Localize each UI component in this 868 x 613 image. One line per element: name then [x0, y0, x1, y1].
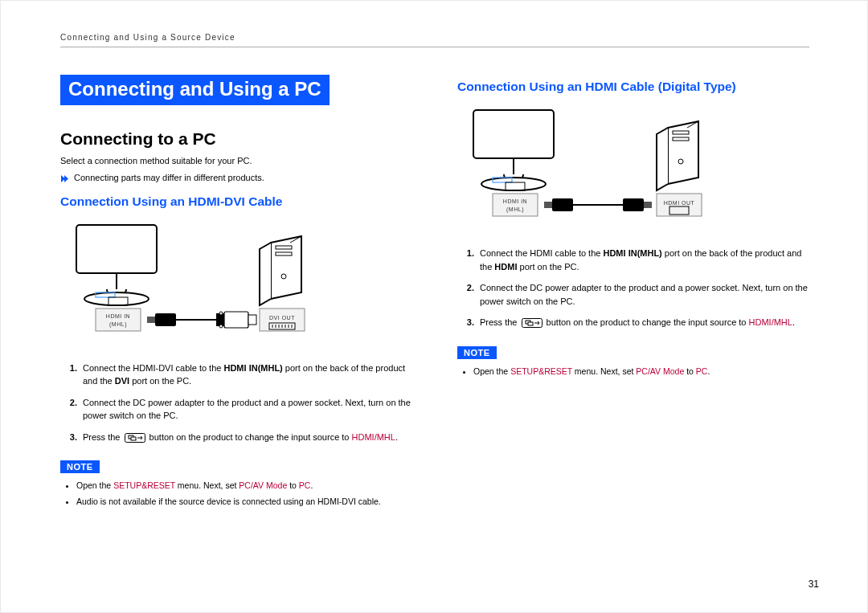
section-heading: Connecting to a PC: [60, 129, 412, 149]
note-1: Open the SETUP&RESET menu. Next, set PC/…: [473, 366, 809, 378]
port-in-label: HDMI IN: [503, 198, 527, 204]
svg-point-30: [481, 178, 546, 190]
two-column-layout: Connecting and Using a PC Connecting to …: [60, 75, 809, 512]
svg-rect-18: [155, 313, 176, 326]
svg-rect-32: [493, 194, 538, 216]
subsection-heading-right: Connection Using an HDMI Cable (Digital …: [457, 80, 809, 94]
svg-rect-1: [76, 225, 157, 273]
port-out-label: DVI OUT: [269, 315, 295, 321]
source-button-icon: [522, 318, 542, 332]
port-in-sub: (MHL): [506, 206, 524, 213]
right-column: Connection Using an HDMI Cable (Digital …: [457, 75, 809, 512]
port-out-label: HDMI OUT: [664, 200, 695, 206]
step-2: Connect the DC power adapter to the prod…: [477, 281, 809, 308]
note-1: Open the SETUP&RESET menu. Next, set PC/…: [76, 480, 412, 492]
note-label-left: NOTE: [60, 460, 100, 473]
svg-rect-22: [216, 313, 224, 326]
step-1: Connect the HDMI cable to the HDMI IN(MH…: [477, 247, 809, 273]
step-1: Connect the HDMI-DVI cable to the HDMI I…: [80, 362, 412, 388]
connection-diagram-hdmi: HDMI IN (MHL): [457, 104, 809, 235]
svg-rect-41: [623, 198, 644, 211]
port-in-sub: (MHL): [109, 321, 127, 328]
svg-point-25: [219, 325, 223, 328]
svg-point-2: [84, 292, 149, 305]
subsection-heading-left: Connection Using an HDMI-DVI Cable: [60, 194, 412, 209]
manual-page: Connecting and Using a Source Device Con…: [0, 0, 868, 613]
note-2: Audio is not available if the source dev…: [76, 496, 412, 509]
svg-rect-39: [552, 198, 573, 211]
notes-list-left: Open the SETUP&RESET menu. Next, set PC/…: [65, 480, 412, 509]
notes-list-right: Open the SETUP&RESET menu. Next, set PC/…: [462, 366, 809, 378]
svg-rect-4: [96, 309, 141, 331]
note-label-right: NOTE: [457, 346, 497, 359]
svg-rect-21: [248, 315, 256, 325]
connection-diagram-dvi: HDMI IN (MHL): [60, 219, 412, 350]
step-3: Press the button on the product to chang…: [80, 431, 412, 447]
svg-rect-19: [147, 317, 155, 323]
monitor-outline: [76, 225, 157, 305]
intro-bullet-text: Connecting parts may differ in different…: [74, 173, 264, 182]
pc-tower-outline: [657, 121, 698, 190]
svg-point-24: [219, 312, 223, 315]
svg-rect-42: [644, 202, 652, 208]
pc-tower-outline: [260, 236, 301, 305]
intro-text: Select a connection method suitable for …: [60, 155, 412, 168]
chapter-heading: Connecting and Using a PC: [60, 75, 330, 105]
svg-rect-20: [224, 312, 248, 328]
steps-list-left: Connect the HDMI-DVI cable to the HDMI I…: [65, 362, 412, 447]
cable-hdmi-dvi: [147, 312, 256, 328]
cable-hdmi-hdmi: [544, 198, 652, 211]
source-button-icon: [125, 433, 145, 447]
intro-bullet: Connecting parts may differ in different…: [60, 173, 412, 183]
step-2: Connect the DC power adapter to the prod…: [80, 396, 412, 423]
svg-rect-28: [131, 437, 136, 440]
left-column: Connecting and Using a PC Connecting to …: [60, 75, 412, 512]
blue-arrow-icon: [60, 174, 69, 183]
svg-rect-29: [473, 110, 554, 158]
svg-rect-40: [544, 202, 552, 208]
svg-rect-46: [528, 322, 533, 325]
port-in-label: HDMI IN: [106, 313, 130, 319]
step-3: Press the button on the product to chang…: [477, 316, 809, 332]
running-head: Connecting and Using a Source Device: [60, 33, 809, 47]
steps-list-right: Connect the HDMI cable to the HDMI IN(MH…: [462, 247, 809, 332]
monitor-outline: [473, 110, 554, 190]
page-number: 31: [809, 578, 819, 590]
